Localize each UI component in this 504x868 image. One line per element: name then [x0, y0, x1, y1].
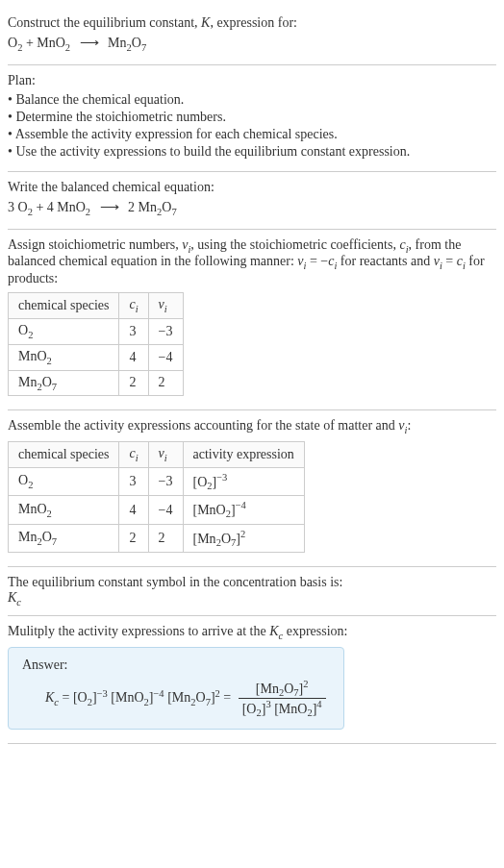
reaction-arrow: ⟶ — [80, 35, 99, 51]
balanced-mn2o7: 2 Mn2O7 — [128, 200, 177, 214]
plan-bullet-2: • Determine the stoichiometric numbers. — [8, 110, 496, 125]
multiply-section: Mulitply the activity expressions to arr… — [8, 616, 496, 744]
table-row: Mn2O7 2 2 [Mn2O7]2 — [9, 524, 305, 552]
cell-ci: 4 — [119, 496, 148, 524]
cell-species: Mn2O7 — [9, 370, 119, 396]
prompt-section: Construct the equilibrium constant, K, e… — [8, 8, 496, 65]
th-ci: ci — [119, 442, 148, 468]
cell-activity: [O2]−3 — [183, 467, 304, 495]
balanced-equation: 3 O2 + 4 MnO2 ⟶ 2 Mn2O7 — [8, 199, 496, 217]
prompt-line1: Construct the equilibrium constant, — [8, 15, 201, 30]
th-ci: ci — [119, 293, 148, 319]
answer-expression: Kc = [O2]−3 [MnO2]−4 [Mn2O7]2 = [Mn2O7]2… — [22, 679, 330, 719]
symbol-line: The equilibrium constant symbol in the c… — [8, 575, 496, 590]
fraction-denominator: [O2]3 [MnO2]4 — [239, 699, 326, 718]
cell-nui: −4 — [148, 496, 183, 524]
activity-intro: Assemble the activity expressions accoun… — [8, 418, 496, 435]
activity-section: Assemble the activity expressions accoun… — [8, 410, 496, 567]
plan-section: Plan: • Balance the chemical equation. •… — [8, 65, 496, 172]
cell-ci: 4 — [119, 344, 148, 370]
th-species: chemical species — [9, 293, 119, 319]
prompt-line1-end: , expression for: — [210, 15, 297, 30]
balanced-arrow: ⟶ — [100, 199, 119, 215]
th-nui: νi — [148, 293, 183, 319]
plan-bullet-3: • Assemble the activity expression for e… — [8, 127, 496, 142]
multiply-line: Mulitply the activity expressions to arr… — [8, 624, 496, 641]
prompt-text: Construct the equilibrium constant, K, e… — [8, 15, 496, 31]
table-row: O2 3 −3 [O2]−3 — [9, 467, 305, 495]
activity-table: chemical species ci νi activity expressi… — [8, 441, 305, 553]
th-species: chemical species — [9, 442, 119, 468]
table-header-row: chemical species ci νi activity expressi… — [9, 442, 305, 468]
cell-ci: 3 — [119, 318, 148, 344]
balanced-mno2: 4 MnO2 — [47, 200, 90, 214]
answer-box: Answer: Kc = [O2]−3 [MnO2]−4 [Mn2O7]2 = … — [8, 647, 344, 730]
prompt-equation: O2 + MnO2 ⟶ Mn2O7 — [8, 35, 496, 53]
plan-bullet-1: • Balance the chemical equation. — [8, 92, 496, 108]
product-mn2o7: Mn2O7 — [108, 36, 146, 50]
th-activity: activity expression — [183, 442, 304, 468]
th-nui: νi — [148, 442, 183, 468]
table-row: Mn2O7 2 2 — [9, 370, 184, 396]
cell-nui: 2 — [148, 524, 183, 552]
stoich-table: chemical species ci νi O2 3 −3 MnO2 4 −4… — [8, 292, 184, 396]
reactant-o2: O2 — [8, 36, 22, 50]
fraction-numerator: [Mn2O7]2 — [239, 679, 326, 699]
cell-species: MnO2 — [9, 344, 119, 370]
reactant-mno2: MnO2 — [37, 36, 70, 50]
cell-nui: −4 — [148, 344, 183, 370]
cell-ci: 3 — [119, 467, 148, 495]
cell-ci: 2 — [119, 524, 148, 552]
balanced-title: Write the balanced chemical equation: — [8, 180, 496, 195]
cell-species: MnO2 — [9, 496, 119, 524]
cell-activity: [Mn2O7]2 — [183, 524, 304, 552]
cell-nui: −3 — [148, 467, 183, 495]
cell-species: O2 — [9, 467, 119, 495]
answer-fraction: [Mn2O7]2[O2]3 [MnO2]4 — [239, 679, 326, 719]
plan-bullet-4: • Use the activity expressions to build … — [8, 144, 496, 160]
stoich-section: Assign stoichiometric numbers, νi, using… — [8, 230, 496, 411]
cell-nui: −3 — [148, 318, 183, 344]
symbol-kc: Kc — [8, 590, 496, 608]
plan-list: • Balance the chemical equation. • Deter… — [8, 92, 496, 160]
table-row: O2 3 −3 — [9, 318, 184, 344]
table-row: MnO2 4 −4 — [9, 344, 184, 370]
balanced-o2: 3 O2 — [8, 200, 33, 214]
cell-species: O2 — [9, 318, 119, 344]
stoich-intro: Assign stoichiometric numbers, νi, using… — [8, 237, 496, 287]
cell-activity: [MnO2]−4 — [183, 496, 304, 524]
balanced-section: Write the balanced chemical equation: 3 … — [8, 172, 496, 230]
cell-species: Mn2O7 — [9, 524, 119, 552]
plan-title: Plan: — [8, 73, 496, 88]
table-header-row: chemical species ci νi — [9, 293, 184, 319]
cell-nui: 2 — [148, 370, 183, 396]
table-row: MnO2 4 −4 [MnO2]−4 — [9, 496, 305, 524]
cell-ci: 2 — [119, 370, 148, 396]
prompt-K: K — [201, 15, 210, 30]
answer-label: Answer: — [22, 657, 330, 673]
symbol-section: The equilibrium constant symbol in the c… — [8, 567, 496, 616]
